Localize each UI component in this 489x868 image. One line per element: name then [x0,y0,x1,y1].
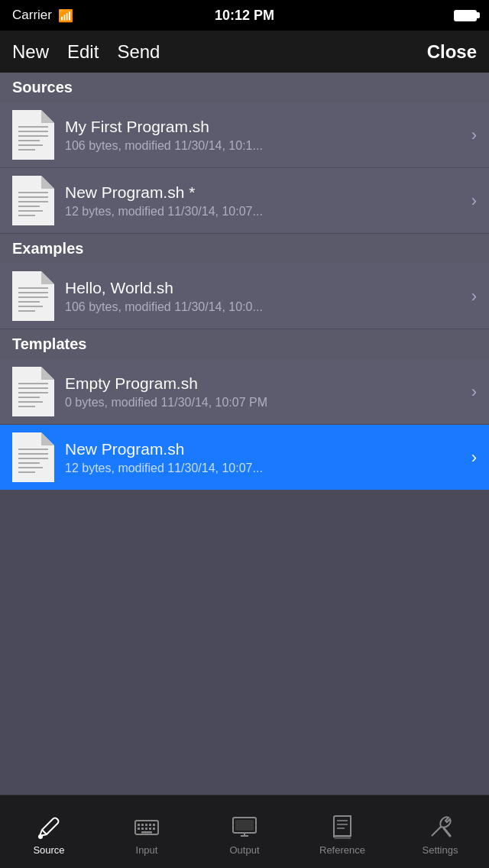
list-item[interactable]: New Program.sh 12 bytes, modified 11/30/… [0,425,489,491]
item-info: Hello, World.sh 106 bytes, modified 11/3… [65,279,465,314]
wifi-icon: 📶 [58,8,73,23]
item-info: New Program.sh * 12 bytes, modified 11/3… [65,183,465,219]
tab-reference[interactable]: Reference [293,795,391,868]
tab-bar: Source Input [0,795,489,868]
item-meta: 106 bytes, modified 11/30/14, 10:0... [65,300,465,314]
svg-marker-1 [41,110,54,123]
sources-section-header: Sources [0,73,489,102]
chevron-right-icon: › [471,287,477,306]
monitor-icon [232,814,257,841]
tab-source-label: Source [33,844,64,856]
item-info: My First Program.sh 106 bytes, modified … [65,118,465,153]
svg-rect-47 [138,828,140,830]
tab-settings[interactable]: Settings [391,795,489,868]
svg-line-60 [444,828,450,836]
chevron-right-icon: › [471,191,477,211]
item-meta: 12 bytes, modified 11/30/14, 10:07... [65,205,465,219]
svg-rect-45 [149,824,151,826]
file-icon [12,367,54,416]
tools-icon [427,814,453,841]
status-time: 10:12 PM [215,8,274,24]
templates-section-header: Templates [0,329,489,359]
svg-rect-50 [149,828,151,830]
svg-rect-44 [145,824,147,826]
status-bar: Carrier 📶 10:12 PM [0,0,489,31]
svg-rect-56 [235,820,254,831]
battery-icon [454,10,477,21]
nav-left-buttons: New Edit Send [12,41,160,63]
file-icon [12,432,54,482]
list-item[interactable]: Hello, World.sh 106 bytes, modified 11/3… [0,264,489,329]
book-icon [329,814,355,841]
carrier-label: Carrier [12,8,52,23]
svg-rect-48 [141,828,144,830]
svg-marker-33 [41,432,54,445]
item-meta: 106 bytes, modified 11/30/14, 10:1... [65,139,465,153]
tab-input[interactable]: Input [98,795,196,868]
file-icon [12,271,54,321]
item-info: New Program.sh 12 bytes, modified 11/30/… [65,440,465,475]
tab-settings-label: Settings [423,844,458,856]
pen-icon [36,814,62,841]
item-info: Empty Program.sh 0 bytes, modified 11/30… [65,374,465,410]
status-left: Carrier 📶 [12,8,73,23]
item-meta: 0 bytes, modified 11/30/14, 10:07 PM [65,396,465,410]
chevron-right-icon: › [471,448,477,468]
item-name: New Program.sh [65,440,465,458]
file-icon [12,110,54,160]
svg-rect-49 [145,828,147,830]
chevron-right-icon: › [471,125,477,145]
tab-output[interactable]: Output [196,795,293,868]
tab-reference-label: Reference [319,844,365,856]
edit-button[interactable]: Edit [67,41,99,63]
svg-rect-42 [138,824,140,826]
svg-marker-17 [41,271,54,284]
item-meta: 12 bytes, modified 11/30/14, 10:07... [65,462,465,475]
send-button[interactable]: Send [117,41,160,63]
item-name: Hello, World.sh [65,279,465,297]
tab-source[interactable]: Source [0,795,98,868]
svg-point-40 [38,834,43,839]
file-list: Sources My First Program.sh 106 bytes, m… [0,73,489,795]
file-icon [12,176,54,225]
list-item[interactable]: New Program.sh * 12 bytes, modified 11/3… [0,168,489,234]
item-name: New Program.sh * [65,183,465,202]
item-name: My First Program.sh [65,118,465,136]
svg-marker-25 [41,367,54,380]
svg-marker-9 [41,176,54,189]
new-button[interactable]: New [12,41,49,63]
tab-input-label: Input [136,844,158,856]
svg-rect-43 [141,824,144,826]
keyboard-icon [134,814,160,841]
chevron-right-icon: › [471,382,477,402]
svg-rect-52 [141,831,152,834]
list-item[interactable]: Empty Program.sh 0 bytes, modified 11/30… [0,359,489,425]
list-item[interactable]: My First Program.sh 106 bytes, modified … [0,102,489,168]
svg-rect-51 [153,828,155,830]
tab-output-label: Output [229,844,259,856]
item-name: Empty Program.sh [65,374,465,393]
nav-bar: New Edit Send Close [0,31,489,73]
examples-section-header: Examples [0,234,489,264]
svg-rect-46 [153,824,155,826]
close-button[interactable]: Close [427,41,477,63]
